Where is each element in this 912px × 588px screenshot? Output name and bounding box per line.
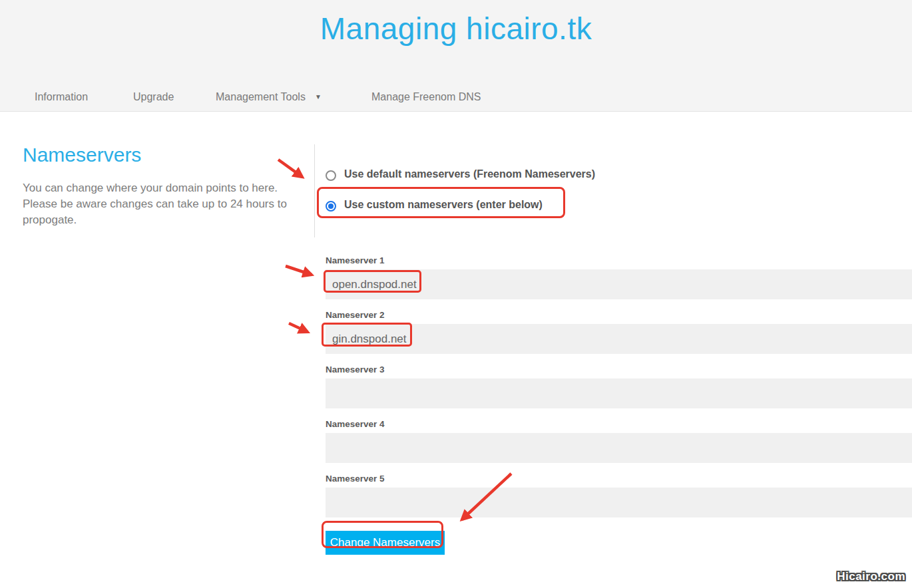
nav-item-label: Management Tools: [216, 91, 306, 102]
chevron-down-icon: ▼: [315, 93, 322, 100]
watermark: Hicairo.com: [837, 570, 905, 583]
nav-item-information[interactable]: Information: [35, 91, 88, 103]
nameserver-5-input[interactable]: [326, 488, 912, 517]
nameserver-3-label: Nameserver 3: [326, 365, 385, 374]
nameserver-1-input[interactable]: [326, 269, 912, 299]
nameserver-1-label: Nameserver 1: [326, 255, 385, 265]
nameserver-4-label: Nameserver 4: [326, 419, 385, 429]
annotation-arrow-nameserver-1: [286, 266, 312, 275]
nameserver-4-input[interactable]: [326, 433, 912, 463]
annotation-arrow-custom-radio: [278, 160, 302, 177]
change-nameservers-button[interactable]: Change Nameservers: [326, 531, 445, 555]
nameservers-heading: Nameservers: [23, 144, 141, 166]
nameserver-3-input[interactable]: [326, 378, 912, 408]
nameserver-5-label: Nameserver 5: [326, 474, 385, 484]
radio-custom-nameservers-label[interactable]: Use custom nameservers (enter below): [344, 199, 543, 211]
nameserver-2-label: Nameserver 2: [326, 310, 385, 320]
nameservers-description: You can change where your domain points …: [23, 180, 292, 228]
radio-default-nameservers[interactable]: [326, 170, 336, 181]
page-header: Managing hicairo.tk Information Upgrade …: [0, 0, 912, 112]
annotation-arrow-nameserver-2: [289, 323, 308, 332]
nameserver-2-input[interactable]: [326, 324, 912, 354]
vertical-divider: [314, 144, 315, 237]
page: Managing hicairo.tk Information Upgrade …: [0, 0, 912, 588]
page-title: Managing hicairo.tk: [0, 11, 912, 47]
nav-item-manage-freenom-dns[interactable]: Manage Freenom DNS: [371, 91, 481, 103]
radio-default-nameservers-label[interactable]: Use default nameservers (Freenom Nameser…: [344, 168, 595, 180]
nav-item-upgrade[interactable]: Upgrade: [133, 91, 174, 103]
radio-custom-nameservers[interactable]: [326, 201, 336, 212]
nav-item-management-tools[interactable]: Management Tools▼: [216, 91, 322, 103]
